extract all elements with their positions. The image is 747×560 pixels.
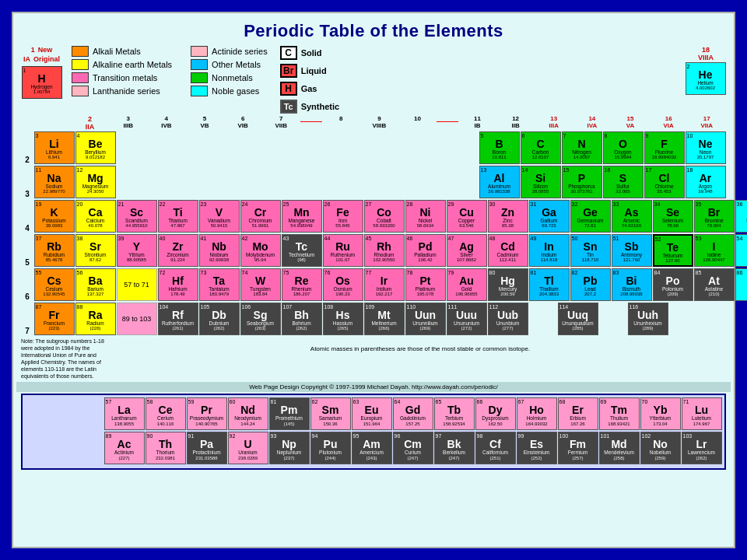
element-Os[interactable]: 76OsOsmium190.23 [323,268,363,301]
element-P[interactable]: 15PPhosphorus30.973761 [562,166,602,198]
element-Ta[interactable]: 73TaTantalum180.9479 [199,268,240,301]
element-K[interactable]: 19KPotassium39.0983 [34,200,75,233]
element-Rb[interactable]: 37RbRubidium85.4678 [34,234,75,267]
element-S[interactable]: 16SSulfur32.065 [603,166,644,198]
element-V[interactable]: 23VVanadium50.9415 [199,200,240,233]
element-Nd[interactable]: 60NdNeodymium144.24 [228,397,268,430]
element-Si[interactable]: 14SiSilicon28.0855 [521,166,561,198]
element-H[interactable]: 1 H Hydrogen 1.00794 [22,66,62,99]
element-Ru[interactable]: 44RuRuthenium101.07 [323,234,363,267]
element-Uuh[interactable]: 116UuhUnunhexium(289) [628,303,668,335]
element-Kr[interactable]: 36KrKrypton83.80 [735,200,748,233]
element-Rh[interactable]: 45RhRhodium102.90550 [364,234,405,267]
element-Hg[interactable]: 80HgMercury200.59 [488,268,528,301]
element-Uuu[interactable]: 111UuuUnununium(272) [447,303,487,335]
element-Mt[interactable]: 109MtMeitnerium(266) [364,303,405,335]
element-Te[interactable]: 52TeTellurium127.60 [653,234,693,267]
element-Cr[interactable]: 24CrChromium51.9961 [240,200,281,233]
element-Be[interactable]: 4BeBeryllium9.012182 [75,131,116,164]
element-F[interactable]: 9FFluorine18.9984032 [644,131,685,164]
element-Sb[interactable]: 51SbAntimony121.760 [612,234,652,267]
element-Sr[interactable]: 38SrStrontium87.62 [75,234,116,267]
element-Sn[interactable]: 50SnTin118.710 [570,234,611,267]
element-Rf[interactable]: 104RfRutherfordium(261) [158,303,198,335]
element-Am[interactable]: 95AmAmericium(243) [352,432,392,464]
element-Pa[interactable]: 91PaProtactinium231.03588 [187,432,227,464]
element-He[interactable]: 2 He Helium 4.002602 [686,62,726,95]
element-Pt[interactable]: 78PtPlatinum195.078 [405,268,446,301]
element-Ag[interactable]: 47AgSilver107.8682 [447,234,487,267]
element-Fm[interactable]: 100FmFermium(257) [558,432,598,464]
element-Lr[interactable]: 103LrLawrencium(262) [682,432,722,464]
element-Cu[interactable]: 29CuCopper63.546 [447,200,487,233]
element-Au[interactable]: 79AuGold196.96655 [447,268,487,301]
element-Cl[interactable]: 17ClChlorine35.453 [644,166,685,198]
element-In[interactable]: 49InIndium114.818 [529,234,570,267]
element-Li[interactable]: 3LiLithium6.941 [34,131,75,164]
element-N[interactable]: 7NNitrogen14.0067 [562,131,602,164]
element-Sg[interactable]: 106SgSeaborgium(263) [240,303,281,335]
element-Y[interactable]: 39YYttrium88.90585 [117,234,157,267]
element-B[interactable]: 5BBoron10.811 [479,131,520,164]
element-La[interactable]: 57LaLanthanum138.9055 [104,397,145,430]
element-No[interactable]: 102NoNobelium(259) [640,432,681,464]
element-Hf[interactable]: 72HfHafnium178.49 [158,268,198,301]
element-Fe[interactable]: 26FeIron55.845 [323,200,363,233]
element-Sm[interactable]: 62SmSamarium150.36 [310,397,351,430]
element-Hs[interactable]: 108HsHassium(265) [323,303,363,335]
element-Ge[interactable]: 32GeGermanium72.61 [570,200,611,233]
element-Yb[interactable]: 70YbYtterbium173.04 [640,397,681,430]
element-Ni[interactable]: 28NiNickel58.6934 [405,200,446,233]
element-Al[interactable]: 13AlAluminum26.981538 [479,166,520,198]
element-Nb[interactable]: 41NbNiobium92.90638 [199,234,240,267]
element-Na[interactable]: 11NaSodium22.989770 [34,166,75,198]
element-Ne[interactable]: 10NeNeon20.1797 [686,131,726,164]
element-Se[interactable]: 34SeSelenium78.96 [653,200,693,233]
element-At[interactable]: 85AtAstatine(210) [694,268,735,301]
element-Pd[interactable]: 46PdPalladium106.42 [405,234,446,267]
element-Ga[interactable]: 31GaGallium69.723 [529,200,570,233]
element-O[interactable]: 8OOxygen15.9994 [603,131,644,164]
element-C[interactable]: 6CCarbon12.0107 [521,131,561,164]
element-Cf[interactable]: 98CfCalifornium(251) [475,432,516,464]
element-Cm[interactable]: 96CmCurium(247) [393,432,433,464]
element-Uub[interactable]: 112UubUnunbium(277) [488,303,528,335]
element-Dy[interactable]: 66DyDysprosium162.50 [475,397,516,430]
element-Ce[interactable]: 58CeCerium140.116 [146,397,186,430]
element-Ar[interactable]: 18ArArgon39.948 [686,166,726,198]
element-I[interactable]: 53IIodine126.90447 [694,234,735,267]
element-Er[interactable]: 68ErErbium167.26 [558,397,598,430]
element-Es[interactable]: 99EsEinsteinium(252) [517,432,557,464]
element-Pb[interactable]: 82PbLead207.2 [570,268,611,301]
element-Re[interactable]: 75ReRhenium186.207 [282,268,322,301]
element-Ra[interactable]: 88RaRadium(226) [75,303,116,335]
element-Tb[interactable]: 65TbTerbium158.92534 [434,397,475,430]
element-W[interactable]: 74WTungsten183.84 [240,268,281,301]
element-Co[interactable]: 27CoCobalt58.933200 [364,200,405,233]
element-Ho[interactable]: 67HoHolmium164.93032 [517,397,557,430]
element-Tm[interactable]: 69TmThulium168.93421 [599,397,640,430]
element-Lu[interactable]: 71LuLutetium174.967 [682,397,722,430]
element-Cs[interactable]: 55CsCesium132.90545 [34,268,75,301]
element-Mn[interactable]: 25MnManganese54.938049 [282,200,322,233]
element-Fr[interactable]: 87FrFrancium(223) [34,303,75,335]
element-Bk[interactable]: 97BkBerkelium(247) [434,432,475,464]
element-Np[interactable]: 93NpNeptunium(237) [269,432,310,464]
element-Br[interactable]: 35BrBromine79.904 [694,200,735,233]
element-Xe[interactable]: 54XeXenon131.29 [735,234,748,267]
element-Po[interactable]: 84PoPolonium(209) [653,268,693,301]
element-Gd[interactable]: 64GdGadolinium157.25 [393,397,433,430]
element-Zn[interactable]: 30ZnZinc65.38 [488,200,528,233]
element-Db[interactable]: 105DbDubnium(262) [199,303,240,335]
element-Pm[interactable]: 61PmPromethium(145) [269,397,310,430]
element-Bi[interactable]: 83BiBismuth208.98038 [612,268,652,301]
element-Mo[interactable]: 42MoMolybdenum95.94 [240,234,281,267]
element-Md[interactable]: 101MdMendelevium(258) [599,432,640,464]
element-Uuq[interactable]: 114UuqUnunquadium(285) [558,303,598,335]
element-Ac[interactable]: 89AcActinium(227) [104,432,145,464]
element-Ir[interactable]: 77IrIridium192.217 [364,268,405,301]
element-Th[interactable]: 90ThThorium232.0381 [146,432,186,464]
element-Ca[interactable]: 20CaCalcium40.078 [75,200,116,233]
element-Ti[interactable]: 22TiTitanium47.867 [158,200,198,233]
element-Tl[interactable]: 81TlThallium204.3833 [529,268,570,301]
